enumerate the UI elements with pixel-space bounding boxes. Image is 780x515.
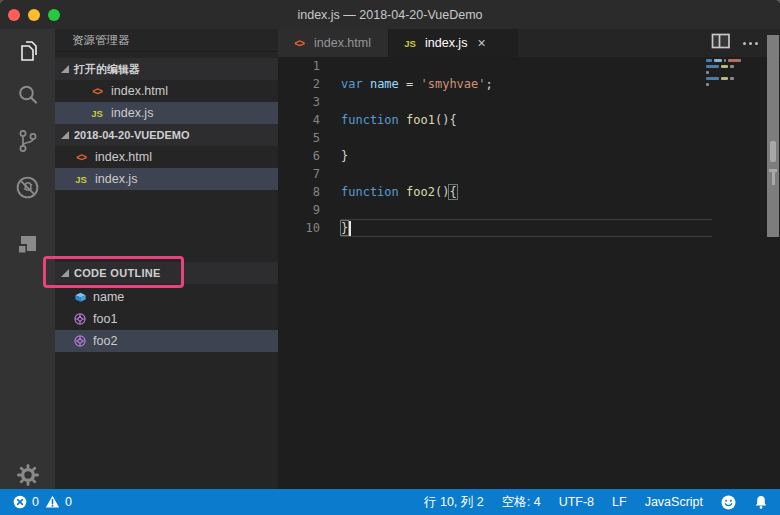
tab-label: index.js <box>425 36 467 50</box>
minimize-window-button[interactable] <box>28 9 40 21</box>
titlebar: index.js — 2018-04-20-VueDemo <box>0 0 780 29</box>
symbol-label: foo1 <box>93 312 117 326</box>
line-number: 9 <box>278 203 320 217</box>
scrollbar[interactable] <box>767 35 779 237</box>
cursor-position[interactable]: 行 10, 列 2 <box>424 494 484 511</box>
warning-icon <box>45 495 60 509</box>
notifications-bell-icon[interactable] <box>754 495 768 510</box>
code-line[interactable]: 5 <box>278 129 780 147</box>
tree-item-html[interactable]: <> index.html <box>55 146 278 168</box>
scrollbar-thumb[interactable] <box>770 141 776 162</box>
debug-icon[interactable] <box>0 165 55 209</box>
code-line[interactable]: 3 <box>278 93 780 111</box>
outline-item-name[interactable]: name <box>55 286 278 308</box>
js-file-icon: JS <box>401 38 419 49</box>
file-label: index.js <box>111 106 153 120</box>
file-label: index.html <box>111 84 168 98</box>
extensions-icon[interactable] <box>0 222 55 266</box>
code-line[interactable]: 6 } <box>278 147 780 165</box>
tab-index-js[interactable]: JS index.js × <box>389 29 518 57</box>
line-number: 6 <box>278 149 320 163</box>
zoom-window-button[interactable] <box>48 9 60 21</box>
code-line[interactable]: 9 <box>278 201 780 219</box>
activity-bar <box>0 29 55 489</box>
code-line[interactable]: 10 } <box>278 219 780 237</box>
open-editor-item-js[interactable]: JS index.js <box>55 102 278 124</box>
method-symbol-icon <box>72 333 88 349</box>
code-line[interactable]: 2 var name = 'smyhvae'; <box>278 75 780 93</box>
tab-index-html[interactable]: <> index.html <box>278 29 389 57</box>
problems-errors[interactable]: 0 <box>13 495 39 509</box>
file-label: index.html <box>95 150 152 164</box>
collapse-arrow-icon <box>61 131 69 139</box>
section-folder[interactable]: 2018-04-20-VUEDEMO <box>55 124 278 146</box>
symbol-label: foo2 <box>93 334 117 348</box>
language-mode[interactable]: JavaScript <box>645 495 703 509</box>
html-file-icon: <> <box>88 86 106 97</box>
html-file-icon: <> <box>72 152 90 163</box>
code-editor[interactable]: 1 2 var name = 'smyhvae'; 3 4 function f… <box>278 57 780 489</box>
error-icon <box>13 495 27 509</box>
outline-item-foo1[interactable]: foo1 <box>55 308 278 330</box>
more-actions-icon[interactable] <box>743 42 758 45</box>
js-file-icon: JS <box>72 174 90 185</box>
open-editor-item-html[interactable]: <> index.html <box>55 80 278 102</box>
eol-sequence[interactable]: LF <box>612 495 627 509</box>
line-number: 5 <box>278 131 320 145</box>
variable-symbol-icon <box>72 289 88 305</box>
feedback-smiley-icon[interactable] <box>721 495 736 510</box>
scrollbar-mark <box>772 172 775 185</box>
file-label: index.js <box>95 172 137 186</box>
line-number: 7 <box>278 167 320 181</box>
sidebar-title: 资源管理器 <box>55 29 278 52</box>
section-label: CODE OUTLINE <box>74 267 161 279</box>
close-window-button[interactable] <box>8 9 20 21</box>
source-control-icon[interactable] <box>0 119 55 163</box>
code-line[interactable]: 1 <box>278 57 780 75</box>
html-file-icon: <> <box>290 38 308 49</box>
js-file-icon: JS <box>88 108 106 119</box>
text-cursor <box>349 221 351 236</box>
code-line[interactable]: 4 function foo1(){ <box>278 111 780 129</box>
section-label: 打开的编辑器 <box>74 62 140 77</box>
section-code-outline[interactable]: CODE OUTLINE <box>55 262 278 284</box>
tab-bar: <> index.html JS index.js × <box>278 29 780 57</box>
search-icon[interactable] <box>0 73 55 117</box>
vscode-window: index.js — 2018-04-20-VueDemo <box>0 0 780 515</box>
line-number: 3 <box>278 95 320 109</box>
line-number: 10 <box>278 221 320 235</box>
outline-item-foo2[interactable]: foo2 <box>55 330 278 352</box>
collapse-arrow-icon <box>61 269 69 277</box>
line-number: 8 <box>278 185 320 199</box>
traffic-lights <box>8 0 60 29</box>
symbol-label: name <box>93 290 124 304</box>
code-line[interactable]: 7 <box>278 165 780 183</box>
split-editor-icon[interactable] <box>711 33 731 53</box>
collapse-arrow-icon <box>61 65 69 73</box>
window-title: index.js — 2018-04-20-VueDemo <box>0 8 780 22</box>
tree-item-js[interactable]: JS index.js <box>55 168 278 190</box>
tab-label: index.html <box>314 36 371 50</box>
problems-warnings[interactable]: 0 <box>45 495 72 509</box>
section-open-editors[interactable]: 打开的编辑器 <box>55 58 278 80</box>
folder-name: 2018-04-20-VUEDEMO <box>74 129 190 141</box>
line-number: 2 <box>278 77 320 91</box>
sidebar: 资源管理器 打开的编辑器 <> index.html JS index.js 2… <box>55 29 278 489</box>
method-symbol-icon <box>72 311 88 327</box>
status-bar: 0 0 行 10, 列 2 空格: 4 UTF-8 LF JavaScript <box>0 489 780 515</box>
close-tab-icon[interactable]: × <box>477 36 485 50</box>
explorer-icon[interactable] <box>0 29 55 73</box>
encoding[interactable]: UTF-8 <box>559 495 594 509</box>
indentation[interactable]: 空格: 4 <box>502 494 541 511</box>
line-number: 4 <box>278 113 320 127</box>
code-line[interactable]: 8 function foo2(){ <box>278 183 780 201</box>
line-number: 1 <box>278 59 320 73</box>
